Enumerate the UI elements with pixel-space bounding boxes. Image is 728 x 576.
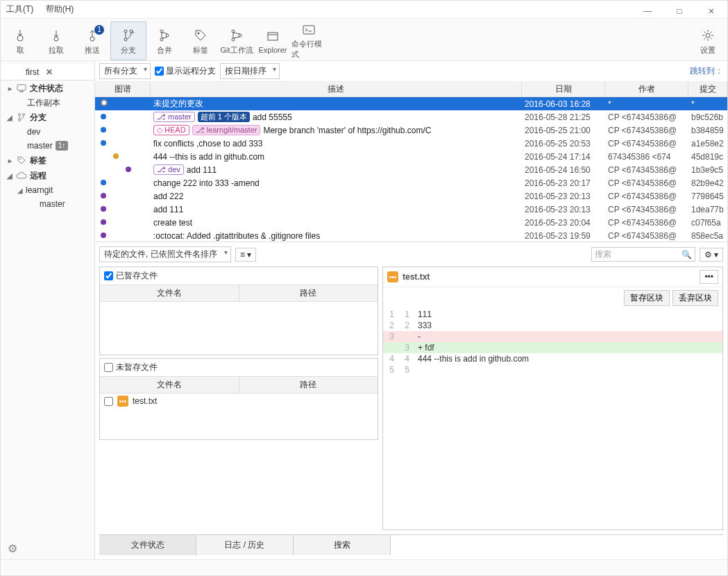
window-minimize-button[interactable]: — [632,1,663,22]
close-icon[interactable]: ✕ [46,67,53,77]
col-date[interactable]: 日期 [522,82,605,96]
staged-col-path[interactable]: 路径 [239,285,378,301]
svg-rect-18 [19,91,24,92]
sidebar-branch-master[interactable]: master 1↑ [1,139,94,153]
view-mode-button[interactable]: ≡ ▾ [235,248,256,262]
diff-line[interactable]: 11111 [383,309,722,320]
window-close-button[interactable]: × [695,1,727,22]
file-sort-dropdown[interactable]: 待定的文件, 已依照文件名排序 [99,246,231,262]
staged-check-all[interactable] [104,271,113,280]
commit-date: 2016-05-23 20:04 [522,218,605,228]
toolbar-push-button[interactable]: 推送1 [74,22,110,60]
commit-row[interactable]: create test2016-05-23 20:04CP <674345386… [95,216,727,229]
main-panel: 所有分支 显示远程分支 按日期排序 跳转到： 图谱 描述 日期 作者 提交 未提… [95,61,727,559]
tab-file-status[interactable]: 文件状态 [99,535,196,555]
sidebar-branch-dev[interactable]: dev [1,125,94,139]
show-remote-checkbox[interactable]: 显示远程分支 [155,65,216,77]
commit-date: 2016-05-25 20:53 [522,139,605,149]
diff-menu-button[interactable]: ••• [700,270,718,284]
svg-point-3 [124,30,127,33]
col-desc[interactable]: 描述 [151,82,522,96]
line-num-old: 1 [383,310,398,319]
jump-to-label[interactable]: 跳转到： [690,65,723,77]
sidebar-file-status[interactable]: ▸ 文件状态 [1,81,94,96]
unstaged-file-row[interactable]: •••test.txt [100,393,378,409]
tab-log[interactable]: 日志 / 历史 [196,535,294,555]
toolbar-branch-button[interactable]: +分支 [110,22,146,60]
ref-tag-dev[interactable]: ⎇ dev [153,164,184,175]
commit-date: 2016-05-25 21:00 [522,126,605,135]
ref-tag-head[interactable]: ◇ HEAD [153,125,189,135]
sidebar-working-copy[interactable]: 工作副本 [1,96,94,110]
sidebar-remote-learngit[interactable]: ◢ learngit [1,183,94,197]
line-num-old: 3 [383,332,398,341]
commit-author: CP <674345386@ [605,139,688,149]
toolbar-cmdline-button[interactable]: 命令行模式 [291,22,327,60]
commit-row[interactable]: ⎇ devadd 1112016-05-24 16:50CP <67434538… [95,163,727,176]
ref-tag-remote[interactable]: ⎇ learngit/master [192,125,261,135]
stage-toolbar: 待定的文件, 已依照文件名排序 ≡ ▾ 搜索 🔍 ⚙ ▾ [99,246,723,262]
file-checkbox[interactable] [104,397,113,406]
ref-tag-master[interactable]: ⎇ master [153,112,195,122]
toolbar-pull-button[interactable]: 拉取 [38,22,74,60]
show-remote-checkbox-input[interactable] [155,67,164,76]
stage-hunk-button[interactable]: 暂存区块 [624,290,670,306]
sidebar-settings-button[interactable]: ⚙ [8,542,17,555]
branch-filter-dropdown[interactable]: 所有分支 [99,63,151,79]
commit-row[interactable]: fix conflicts ,chose to add 3332016-05-2… [95,137,727,150]
toolbar-explorer-button[interactable]: Explorer [255,22,291,60]
discard-hunk-button[interactable]: 丢弃区块 [672,290,718,306]
sort-dropdown[interactable]: 按日期排序 [220,63,280,79]
unstaged-check-all[interactable] [104,363,113,372]
toolbar-gitflow-button[interactable]: Git工作流 [219,22,255,60]
tag-icon [16,155,27,166]
commit-row[interactable]: add 1112016-05-23 20:13CP <674345386@1de… [95,203,727,216]
col-author[interactable]: 作者 [605,82,688,96]
window-maximize-button[interactable]: □ [663,1,695,22]
cloud-icon [16,170,27,181]
ref-tag-ahead[interactable]: 超前 1 个版本 [198,112,250,122]
diff-line[interactable]: 22333 [383,320,722,331]
toolbar-merge-button[interactable]: 合并 [146,22,183,60]
commit-row[interactable]: change 222 into 333 -amend2016-05-23 20:… [95,176,727,189]
col-commit[interactable]: 提交 [688,82,727,96]
commit-row[interactable]: 未提交的更改2016-06-03 16:28** [95,97,727,110]
line-num-new: 3 [398,343,414,353]
sidebar-remote-branch-master[interactable]: master [1,197,94,211]
diff-line[interactable]: 3- [383,331,722,342]
sidebar-remotes[interactable]: ◢ 远程 [1,168,94,183]
settings-dropdown-button[interactable]: ⚙ ▾ [700,248,723,262]
branch-icon: + [120,27,137,44]
commit-row[interactable]: add 2222016-05-23 20:13CP <674345386@779… [95,189,727,203]
unstaged-col-path[interactable]: 路径 [239,377,378,393]
commit-row[interactable]: ⎇ master超前 1 个版本add 555552016-05-28 21:2… [95,110,727,124]
col-graph[interactable]: 图谱 [95,82,151,96]
diff-line[interactable]: 44444 --this is add in github.com [383,353,722,364]
commit-message: change 222 into 333 -amend [153,178,260,188]
commit-author: CP <674345386@ [605,231,688,241]
menu-tools[interactable]: 工具(T) [6,4,33,14]
commit-row[interactable]: 444 --this is add in github.com2016-05-2… [95,150,727,163]
svg-point-22 [19,158,21,160]
commit-row[interactable]: ◇ HEAD⎇ learngit/masterMerge branch 'mas… [95,124,727,137]
svg-point-10 [198,32,200,34]
diff-line[interactable]: 55 [383,364,722,375]
menu-help[interactable]: 帮助(H) [46,4,74,14]
sidebar-tags[interactable]: ▸ 标签 [1,153,94,168]
diff-body[interactable]: 11111223333-3+ fdf44444 --this is add in… [383,309,722,530]
toolbar-tag-button[interactable]: 标签 [183,22,219,60]
sidebar-branches[interactable]: ◢ 分支 [1,110,94,125]
commit-list: 未提交的更改2016-06-03 16:28**⎇ master超前 1 个版本… [95,97,727,242]
toolbar-settings-button[interactable]: 设置 [690,22,726,60]
svg-point-12 [232,38,235,41]
commit-author: * [605,99,688,109]
diff-line[interactable]: 3+ fdf [383,342,722,353]
toolbar-fetch-button[interactable]: 取 [2,22,38,60]
staged-col-name[interactable]: 文件名 [100,285,239,301]
search-box[interactable]: 搜索 🔍 [591,247,695,262]
sidebar-working-copy-label: 工作副本 [27,97,60,109]
tab-search[interactable]: 搜索 [294,535,391,555]
commit-row[interactable]: :octocat: Added .gitattributes & .gitign… [95,229,727,242]
repo-tab[interactable]: first ✕ [1,64,94,81]
unstaged-col-name[interactable]: 文件名 [100,377,239,393]
